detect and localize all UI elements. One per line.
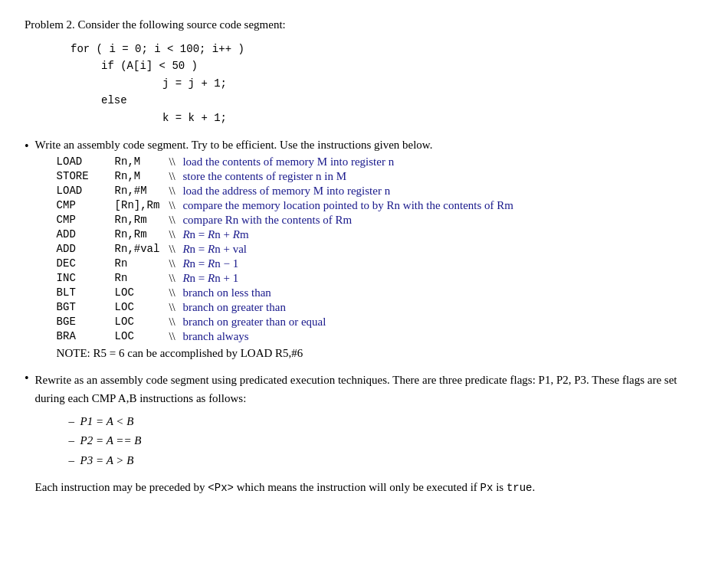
- code-line-5: k = k + 1;: [162, 110, 703, 126]
- instr-args: LOC: [103, 286, 160, 300]
- instr-args: Rn,Rm: [103, 213, 160, 227]
- instr-name: CMP: [57, 198, 103, 213]
- bullet1-intro: Write an assembly code segment. Try to b…: [35, 139, 433, 151]
- instr-args: Rn,Rm: [103, 227, 160, 242]
- predicate-p1: – P1 = A < B: [69, 412, 703, 432]
- instr-args: [Rn],Rm: [103, 198, 160, 213]
- instr-name: ADD: [57, 227, 103, 242]
- instruction-table: LOAD Rn,M \\ load the contents of memory…: [57, 155, 513, 344]
- instr-sep: \\: [159, 213, 182, 227]
- code-line-1: for ( i = 0; i < 100; i++ ): [71, 41, 703, 57]
- instr-sep: \\: [159, 300, 182, 315]
- instr-sep: \\: [159, 169, 182, 184]
- instruction-row: INC Rn \\ Rn = Rn + 1: [57, 271, 513, 286]
- instr-desc: compare the memory location pointed to b…: [182, 198, 513, 213]
- instr-args: Rn,#val: [103, 242, 160, 257]
- instr-name: BGT: [57, 300, 103, 315]
- instruction-row: BGE LOC \\ branch on greater than or equ…: [57, 315, 513, 329]
- instruction-row: DEC Rn \\ Rn = Rn − 1: [57, 257, 513, 271]
- instr-sep: \\: [159, 315, 182, 329]
- instr-desc: load the contents of memory M into regis…: [182, 155, 513, 169]
- instr-name: LOAD: [57, 155, 103, 169]
- instr-desc: Rn = Rn + val: [182, 242, 513, 257]
- instr-name: CMP: [57, 213, 103, 227]
- bullet1-dot: •: [25, 139, 29, 153]
- instr-args: Rn,M: [103, 169, 160, 184]
- predicate-p3: – P3 = A > B: [69, 451, 703, 471]
- instruction-row: STORE Rn,M \\ store the contents of regi…: [57, 169, 513, 184]
- note-line: NOTE: R5 = 6 can be accomplished by LOAD…: [57, 347, 703, 360]
- bullet2-text: Rewrite as an assembly code segment usin…: [35, 371, 703, 497]
- instr-sep: \\: [159, 198, 182, 213]
- bullet2-intro: Rewrite as an assembly code segment usin…: [35, 371, 703, 407]
- code-block: for ( i = 0; i < 100; i++ ) if (A[i] < 5…: [71, 41, 703, 126]
- bullet1-text: Write an assembly code segment. Try to b…: [35, 139, 703, 360]
- instr-desc: Rn = Rn + 1: [182, 271, 513, 286]
- instr-sep: \\: [159, 184, 182, 198]
- instr-desc: branch on greater than or equal: [182, 315, 513, 329]
- instruction-row: ADD Rn,#val \\ Rn = Rn + val: [57, 242, 513, 257]
- instr-desc: store the contents of register n in M: [182, 169, 513, 184]
- instruction-row: BLT LOC \\ branch on less than: [57, 286, 513, 300]
- instr-args: Rn: [103, 257, 160, 271]
- instruction-row: BRA LOC \\ branch always: [57, 329, 513, 344]
- instr-sep: \\: [159, 286, 182, 300]
- instr-desc: load the address of memory M into regist…: [182, 184, 513, 198]
- bullet2-dot: •: [25, 371, 29, 385]
- instr-sep: \\: [159, 329, 182, 344]
- instr-name: BRA: [57, 329, 103, 344]
- instr-desc: branch on greater than: [182, 300, 513, 315]
- instr-name: STORE: [57, 169, 103, 184]
- instr-args: Rn,#M: [103, 184, 160, 198]
- instr-desc: compare Rn with the contents of Rm: [182, 213, 513, 227]
- instr-args: LOC: [103, 329, 160, 344]
- predicate-p2: – P2 = A == B: [69, 431, 703, 451]
- instr-args: Rn: [103, 271, 160, 286]
- instr-args: LOC: [103, 315, 160, 329]
- instr-sep: \\: [159, 227, 182, 242]
- problem-title: Problem 2. Consider the following source…: [25, 18, 703, 31]
- bullet2-section: • Rewrite as an assembly code segment us…: [25, 371, 703, 497]
- instr-desc: Rn = Rn + Rm: [182, 227, 513, 242]
- instr-name: BLT: [57, 286, 103, 300]
- bullet1-section: • Write an assembly code segment. Try to…: [25, 139, 703, 360]
- predicate-section: – P1 = A < B – P2 = A == B – P3 = A > B: [57, 412, 703, 471]
- instr-sep: \\: [159, 242, 182, 257]
- instr-args: LOC: [103, 300, 160, 315]
- instruction-row: ADD Rn,Rm \\ Rn = Rn + Rm: [57, 227, 513, 242]
- instr-sep: \\: [159, 155, 182, 169]
- instr-name: ADD: [57, 242, 103, 257]
- instruction-row: BGT LOC \\ branch on greater than: [57, 300, 513, 315]
- instr-name: LOAD: [57, 184, 103, 198]
- code-line-2: if (A[i] < 50 ): [101, 57, 703, 74]
- code-line-3: j = j + 1;: [162, 75, 703, 92]
- instr-desc: Rn = Rn − 1: [182, 257, 513, 271]
- instruction-row: LOAD Rn,#M \\ load the address of memory…: [57, 184, 513, 198]
- code-line-4: else: [101, 92, 703, 109]
- bullet2-closing: Each instruction may be preceded by <Px>…: [35, 478, 703, 496]
- instruction-row: CMP Rn,Rm \\ compare Rn with the content…: [57, 213, 513, 227]
- instr-name: DEC: [57, 257, 103, 271]
- instr-args: Rn,M: [103, 155, 160, 169]
- instruction-row: LOAD Rn,M \\ load the contents of memory…: [57, 155, 513, 169]
- instruction-row: CMP [Rn],Rm \\ compare the memory locati…: [57, 198, 513, 213]
- instr-name: BGE: [57, 315, 103, 329]
- instr-sep: \\: [159, 257, 182, 271]
- instr-desc: branch always: [182, 329, 513, 344]
- instr-sep: \\: [159, 271, 182, 286]
- instr-desc: branch on less than: [182, 286, 513, 300]
- instr-name: INC: [57, 271, 103, 286]
